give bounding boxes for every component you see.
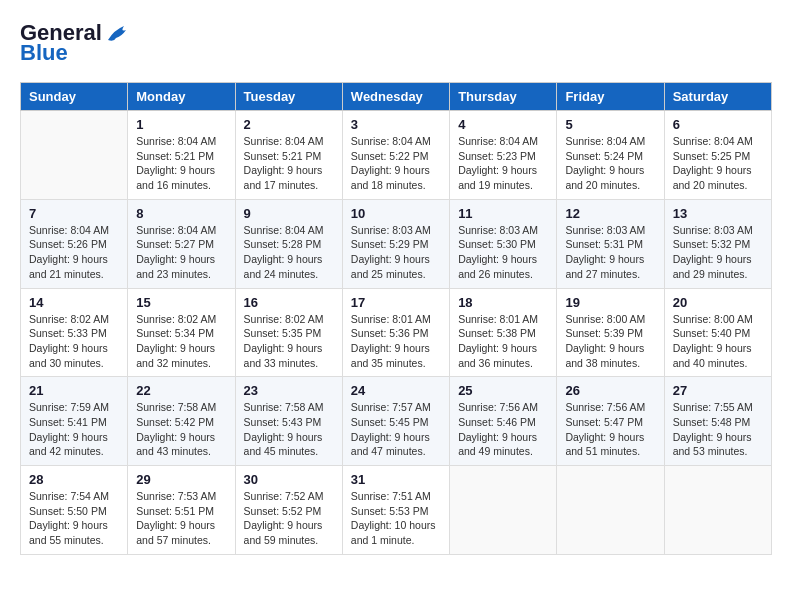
logo: General Blue: [20, 20, 134, 66]
day-number: 25: [458, 383, 548, 398]
calendar-week-row: 28Sunrise: 7:54 AM Sunset: 5:50 PM Dayli…: [21, 466, 772, 555]
day-number: 6: [673, 117, 763, 132]
day-number: 29: [136, 472, 226, 487]
calendar-cell: 22Sunrise: 7:58 AM Sunset: 5:42 PM Dayli…: [128, 377, 235, 466]
column-header-thursday: Thursday: [450, 83, 557, 111]
day-number: 8: [136, 206, 226, 221]
day-info: Sunrise: 8:04 AM Sunset: 5:23 PM Dayligh…: [458, 134, 548, 193]
logo-bird-icon: [104, 22, 134, 44]
logo-blue: Blue: [20, 40, 68, 66]
calendar-cell: 29Sunrise: 7:53 AM Sunset: 5:51 PM Dayli…: [128, 466, 235, 555]
calendar-cell: 13Sunrise: 8:03 AM Sunset: 5:32 PM Dayli…: [664, 199, 771, 288]
calendar-cell: 12Sunrise: 8:03 AM Sunset: 5:31 PM Dayli…: [557, 199, 664, 288]
day-number: 18: [458, 295, 548, 310]
calendar-week-row: 1Sunrise: 8:04 AM Sunset: 5:21 PM Daylig…: [21, 111, 772, 200]
day-number: 26: [565, 383, 655, 398]
day-info: Sunrise: 8:04 AM Sunset: 5:26 PM Dayligh…: [29, 223, 119, 282]
day-info: Sunrise: 8:00 AM Sunset: 5:39 PM Dayligh…: [565, 312, 655, 371]
page-header: General Blue: [20, 20, 772, 66]
calendar-cell: 14Sunrise: 8:02 AM Sunset: 5:33 PM Dayli…: [21, 288, 128, 377]
day-info: Sunrise: 7:59 AM Sunset: 5:41 PM Dayligh…: [29, 400, 119, 459]
day-number: 1: [136, 117, 226, 132]
day-info: Sunrise: 8:04 AM Sunset: 5:21 PM Dayligh…: [136, 134, 226, 193]
calendar-cell: 1Sunrise: 8:04 AM Sunset: 5:21 PM Daylig…: [128, 111, 235, 200]
calendar-cell: 24Sunrise: 7:57 AM Sunset: 5:45 PM Dayli…: [342, 377, 449, 466]
day-info: Sunrise: 8:03 AM Sunset: 5:29 PM Dayligh…: [351, 223, 441, 282]
day-info: Sunrise: 8:04 AM Sunset: 5:21 PM Dayligh…: [244, 134, 334, 193]
day-number: 23: [244, 383, 334, 398]
day-number: 20: [673, 295, 763, 310]
calendar-cell: 19Sunrise: 8:00 AM Sunset: 5:39 PM Dayli…: [557, 288, 664, 377]
day-number: 21: [29, 383, 119, 398]
day-info: Sunrise: 7:57 AM Sunset: 5:45 PM Dayligh…: [351, 400, 441, 459]
day-info: Sunrise: 8:04 AM Sunset: 5:27 PM Dayligh…: [136, 223, 226, 282]
day-number: 15: [136, 295, 226, 310]
calendar-cell: 21Sunrise: 7:59 AM Sunset: 5:41 PM Dayli…: [21, 377, 128, 466]
day-info: Sunrise: 8:04 AM Sunset: 5:22 PM Dayligh…: [351, 134, 441, 193]
calendar-cell: 27Sunrise: 7:55 AM Sunset: 5:48 PM Dayli…: [664, 377, 771, 466]
column-header-wednesday: Wednesday: [342, 83, 449, 111]
day-info: Sunrise: 7:54 AM Sunset: 5:50 PM Dayligh…: [29, 489, 119, 548]
day-info: Sunrise: 8:03 AM Sunset: 5:32 PM Dayligh…: [673, 223, 763, 282]
calendar-cell: 8Sunrise: 8:04 AM Sunset: 5:27 PM Daylig…: [128, 199, 235, 288]
day-info: Sunrise: 8:01 AM Sunset: 5:38 PM Dayligh…: [458, 312, 548, 371]
calendar-cell: 28Sunrise: 7:54 AM Sunset: 5:50 PM Dayli…: [21, 466, 128, 555]
calendar-cell: 4Sunrise: 8:04 AM Sunset: 5:23 PM Daylig…: [450, 111, 557, 200]
column-header-monday: Monday: [128, 83, 235, 111]
day-number: 4: [458, 117, 548, 132]
day-number: 14: [29, 295, 119, 310]
day-info: Sunrise: 7:58 AM Sunset: 5:42 PM Dayligh…: [136, 400, 226, 459]
day-info: Sunrise: 8:04 AM Sunset: 5:28 PM Dayligh…: [244, 223, 334, 282]
day-number: 12: [565, 206, 655, 221]
calendar-cell: 9Sunrise: 8:04 AM Sunset: 5:28 PM Daylig…: [235, 199, 342, 288]
day-number: 3: [351, 117, 441, 132]
day-number: 10: [351, 206, 441, 221]
calendar-cell: 20Sunrise: 8:00 AM Sunset: 5:40 PM Dayli…: [664, 288, 771, 377]
column-header-sunday: Sunday: [21, 83, 128, 111]
day-info: Sunrise: 8:03 AM Sunset: 5:31 PM Dayligh…: [565, 223, 655, 282]
day-number: 24: [351, 383, 441, 398]
calendar-cell: 3Sunrise: 8:04 AM Sunset: 5:22 PM Daylig…: [342, 111, 449, 200]
day-number: 28: [29, 472, 119, 487]
calendar-cell: 26Sunrise: 7:56 AM Sunset: 5:47 PM Dayli…: [557, 377, 664, 466]
day-number: 7: [29, 206, 119, 221]
day-number: 9: [244, 206, 334, 221]
calendar-cell: [664, 466, 771, 555]
day-info: Sunrise: 8:02 AM Sunset: 5:33 PM Dayligh…: [29, 312, 119, 371]
day-info: Sunrise: 7:58 AM Sunset: 5:43 PM Dayligh…: [244, 400, 334, 459]
day-info: Sunrise: 8:01 AM Sunset: 5:36 PM Dayligh…: [351, 312, 441, 371]
day-info: Sunrise: 8:04 AM Sunset: 5:25 PM Dayligh…: [673, 134, 763, 193]
day-info: Sunrise: 8:03 AM Sunset: 5:30 PM Dayligh…: [458, 223, 548, 282]
day-info: Sunrise: 7:51 AM Sunset: 5:53 PM Dayligh…: [351, 489, 441, 548]
calendar-week-row: 21Sunrise: 7:59 AM Sunset: 5:41 PM Dayli…: [21, 377, 772, 466]
calendar-cell: 25Sunrise: 7:56 AM Sunset: 5:46 PM Dayli…: [450, 377, 557, 466]
calendar-week-row: 7Sunrise: 8:04 AM Sunset: 5:26 PM Daylig…: [21, 199, 772, 288]
day-number: 17: [351, 295, 441, 310]
calendar-cell: 5Sunrise: 8:04 AM Sunset: 5:24 PM Daylig…: [557, 111, 664, 200]
calendar-cell: [450, 466, 557, 555]
day-info: Sunrise: 7:52 AM Sunset: 5:52 PM Dayligh…: [244, 489, 334, 548]
day-number: 30: [244, 472, 334, 487]
calendar-cell: 10Sunrise: 8:03 AM Sunset: 5:29 PM Dayli…: [342, 199, 449, 288]
day-info: Sunrise: 8:04 AM Sunset: 5:24 PM Dayligh…: [565, 134, 655, 193]
day-info: Sunrise: 7:55 AM Sunset: 5:48 PM Dayligh…: [673, 400, 763, 459]
day-number: 11: [458, 206, 548, 221]
calendar-cell: 11Sunrise: 8:03 AM Sunset: 5:30 PM Dayli…: [450, 199, 557, 288]
day-number: 22: [136, 383, 226, 398]
calendar-cell: 16Sunrise: 8:02 AM Sunset: 5:35 PM Dayli…: [235, 288, 342, 377]
column-header-saturday: Saturday: [664, 83, 771, 111]
day-number: 16: [244, 295, 334, 310]
calendar-week-row: 14Sunrise: 8:02 AM Sunset: 5:33 PM Dayli…: [21, 288, 772, 377]
day-info: Sunrise: 7:56 AM Sunset: 5:46 PM Dayligh…: [458, 400, 548, 459]
day-info: Sunrise: 8:00 AM Sunset: 5:40 PM Dayligh…: [673, 312, 763, 371]
calendar-cell: 6Sunrise: 8:04 AM Sunset: 5:25 PM Daylig…: [664, 111, 771, 200]
calendar-cell: 7Sunrise: 8:04 AM Sunset: 5:26 PM Daylig…: [21, 199, 128, 288]
calendar-cell: 18Sunrise: 8:01 AM Sunset: 5:38 PM Dayli…: [450, 288, 557, 377]
day-info: Sunrise: 8:02 AM Sunset: 5:34 PM Dayligh…: [136, 312, 226, 371]
calendar-cell: [557, 466, 664, 555]
day-number: 5: [565, 117, 655, 132]
day-info: Sunrise: 7:53 AM Sunset: 5:51 PM Dayligh…: [136, 489, 226, 548]
day-number: 27: [673, 383, 763, 398]
day-number: 2: [244, 117, 334, 132]
day-info: Sunrise: 8:02 AM Sunset: 5:35 PM Dayligh…: [244, 312, 334, 371]
